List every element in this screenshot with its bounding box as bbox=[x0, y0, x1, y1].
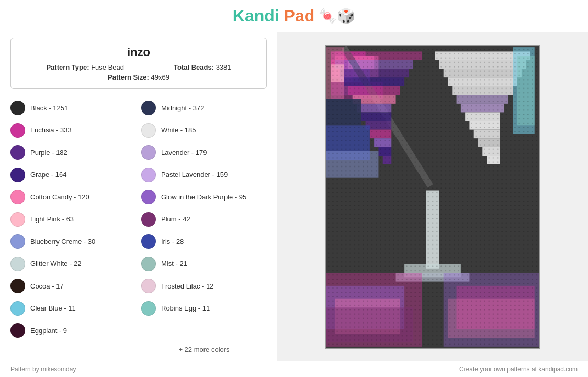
color-label: Mist - 21 bbox=[161, 260, 187, 268]
color-swatch bbox=[141, 101, 156, 115]
color-label: Lavender - 179 bbox=[161, 149, 207, 157]
logo-text: Kandi Pad bbox=[233, 6, 314, 26]
color-label: Purple - 182 bbox=[30, 149, 67, 157]
color-item: Plum - 42 bbox=[141, 209, 267, 230]
color-item: Eggplant - 9 bbox=[10, 320, 136, 341]
color-label: Clear Blue - 11 bbox=[30, 304, 76, 312]
pattern-type: Pattern Type: Fuse Bead bbox=[46, 63, 124, 71]
color-item: Glitter White - 22 bbox=[10, 253, 136, 275]
color-item: Robins Egg - 11 bbox=[141, 298, 267, 319]
color-item: Clear Blue - 11 bbox=[10, 298, 136, 319]
logo: Kandi Pad 🍬🎲 bbox=[233, 6, 355, 26]
color-label: Grape - 164 bbox=[30, 171, 66, 179]
more-colors[interactable]: + 22 more colors bbox=[141, 342, 267, 356]
total-beads: Total Beads: 3381 bbox=[174, 63, 231, 71]
info-row: Pattern Type: Fuse Bead Total Beads: 338… bbox=[21, 63, 256, 71]
color-item: Cotton Candy - 120 bbox=[10, 186, 136, 208]
color-label: Glow in the Dark Purple - 95 bbox=[161, 193, 246, 201]
color-label: Iris - 28 bbox=[161, 238, 184, 246]
color-item: Cocoa - 17 bbox=[10, 275, 136, 297]
color-swatch bbox=[141, 168, 156, 182]
color-item: Lavender - 179 bbox=[141, 142, 267, 163]
color-swatch bbox=[10, 190, 25, 204]
logo-emoji: 🍬🎲 bbox=[319, 7, 355, 25]
color-swatch bbox=[10, 257, 25, 271]
color-label: Plum - 42 bbox=[161, 215, 190, 223]
color-swatch bbox=[141, 257, 156, 271]
color-item: Blueberry Creme - 30 bbox=[10, 231, 136, 252]
color-label: Pastel Lavender - 159 bbox=[161, 171, 228, 179]
color-item: Midnight - 372 bbox=[141, 97, 267, 119]
svg-rect-53 bbox=[326, 47, 539, 347]
color-swatch bbox=[141, 212, 156, 227]
color-list: Black - 1251 Midnight - 372 Fuchsia - 33… bbox=[10, 97, 267, 356]
color-label: Black - 1251 bbox=[30, 104, 68, 112]
color-item: Purple - 182 bbox=[10, 142, 136, 163]
logo-pad: Pad bbox=[284, 6, 315, 25]
color-swatch bbox=[10, 234, 25, 249]
main-content: inzo Pattern Type: Fuse Bead Total Beads… bbox=[0, 32, 588, 361]
color-swatch bbox=[10, 301, 25, 316]
color-swatch bbox=[10, 123, 25, 138]
color-label: Cotton Candy - 120 bbox=[30, 193, 89, 201]
pattern-title: inzo bbox=[21, 46, 256, 59]
color-swatch bbox=[10, 323, 25, 338]
left-panel: inzo Pattern Type: Fuse Bead Total Beads… bbox=[0, 32, 277, 361]
color-item: Pastel Lavender - 159 bbox=[141, 164, 267, 186]
color-swatch bbox=[141, 234, 156, 249]
color-swatch bbox=[10, 168, 25, 182]
color-swatch bbox=[141, 301, 156, 316]
color-label: Robins Egg - 11 bbox=[161, 304, 210, 312]
color-item: Fuchsia - 333 bbox=[10, 120, 136, 141]
color-item: White - 185 bbox=[141, 120, 267, 141]
color-label: Blueberry Creme - 30 bbox=[30, 238, 95, 246]
color-item: Frosted Lilac - 12 bbox=[141, 275, 267, 297]
info-box: inzo Pattern Type: Fuse Bead Total Beads… bbox=[10, 38, 267, 89]
color-swatch bbox=[10, 212, 25, 227]
color-swatch bbox=[10, 101, 25, 115]
color-label: Eggplant - 9 bbox=[30, 327, 67, 335]
color-swatch bbox=[141, 279, 156, 293]
color-label: Frosted Lilac - 12 bbox=[161, 282, 213, 290]
color-item: Mist - 21 bbox=[141, 253, 267, 275]
color-item: Glow in the Dark Purple - 95 bbox=[141, 186, 267, 208]
footer-cta: Create your own patterns at kandipad.com bbox=[459, 365, 578, 373]
footer-credit: Pattern by mikesomday bbox=[10, 365, 76, 373]
color-item: Black - 1251 bbox=[10, 97, 136, 119]
color-label: White - 185 bbox=[161, 126, 196, 134]
color-label: Midnight - 372 bbox=[161, 104, 204, 112]
pixel-canvas bbox=[325, 45, 540, 349]
color-item: Light Pink - 63 bbox=[10, 209, 136, 230]
color-swatch bbox=[141, 123, 156, 138]
color-label: Glitter White - 22 bbox=[30, 260, 82, 268]
pattern-size: Pattern Size: 49x69 bbox=[108, 73, 169, 81]
logo-kandi: Kandi bbox=[233, 6, 279, 25]
header: Kandi Pad 🍬🎲 bbox=[0, 0, 588, 32]
color-item: Iris - 28 bbox=[141, 231, 267, 252]
color-swatch bbox=[141, 145, 156, 160]
footer: Pattern by mikesomday Create your own pa… bbox=[0, 361, 588, 377]
color-swatch bbox=[141, 190, 156, 204]
color-label: Cocoa - 17 bbox=[30, 282, 64, 290]
color-item: Grape - 164 bbox=[10, 164, 136, 186]
color-swatch bbox=[10, 279, 25, 293]
right-panel bbox=[277, 32, 588, 361]
color-label: Light Pink - 63 bbox=[30, 215, 74, 223]
color-swatch bbox=[10, 145, 25, 160]
color-label: Fuchsia - 333 bbox=[30, 126, 72, 134]
